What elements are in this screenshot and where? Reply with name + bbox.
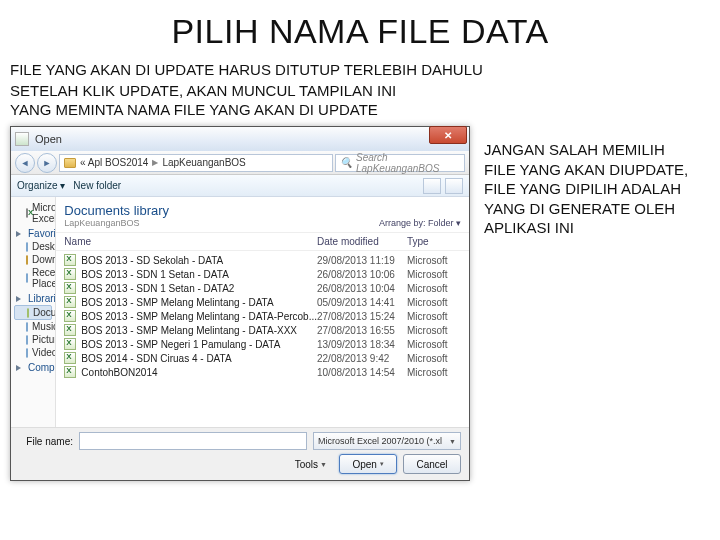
recent-icon bbox=[26, 273, 28, 283]
organize-menu[interactable]: Organize ▾ bbox=[17, 180, 65, 191]
file-date: 26/08/2013 10:04 bbox=[317, 283, 407, 294]
subtitle-1: FILE YANG AKAN DI UPDATE HARUS DITUTUP T… bbox=[10, 61, 710, 78]
file-date: 22/08/2013 9:42 bbox=[317, 353, 407, 364]
column-headers[interactable]: Name Date modified Type bbox=[56, 233, 469, 251]
subtitle-2: SETELAH KLIK UPDATE, AKAN MUNCUL TAMPILA… bbox=[10, 82, 710, 99]
file-name: BOS 2014 - SDN Ciruas 4 - DATA bbox=[81, 353, 317, 364]
nav-bar: ◄ ► « Apl BOS2014 ▶ LapKeuanganBOS 🔍 Sea… bbox=[11, 151, 469, 175]
file-row[interactable]: BOS 2013 - SDN 1 Setan - DATA26/08/2013 … bbox=[56, 267, 469, 281]
view-button[interactable] bbox=[423, 178, 441, 194]
tools-menu[interactable]: Tools▼ bbox=[295, 459, 327, 470]
nav-app[interactable]: Microsoft Excel bbox=[14, 201, 52, 225]
file-row[interactable]: BOS 2013 - SMP Melang Melintang - DATA-P… bbox=[56, 309, 469, 323]
nav-item-label: Videos bbox=[32, 347, 56, 358]
nav-favorites-label: Favorites bbox=[28, 228, 56, 239]
file-row[interactable]: BOS 2013 - SMP Melang Melintang - DATA-X… bbox=[56, 323, 469, 337]
search-placeholder: Search LapKeuanganBOS bbox=[356, 152, 460, 174]
open-button[interactable]: Open ▾ bbox=[339, 454, 397, 474]
search-input[interactable]: 🔍 Search LapKeuanganBOS bbox=[335, 154, 465, 172]
file-type: Microsoft bbox=[407, 353, 461, 364]
file-row[interactable]: BOS 2013 - SMP Melang Melintang - DATA05… bbox=[56, 295, 469, 309]
side-note: JANGAN SALAH MEMILIH FILE YANG AKAN DIUP… bbox=[484, 126, 694, 238]
file-name: BOS 2013 - SDN 1 Setan - DATA2 bbox=[81, 283, 317, 294]
address-bar[interactable]: « Apl BOS2014 ▶ LapKeuanganBOS bbox=[59, 154, 333, 172]
file-name: BOS 2013 - SMP Melang Melintang - DATA bbox=[81, 297, 317, 308]
excel-file-icon bbox=[64, 268, 76, 280]
filename-input[interactable] bbox=[79, 432, 307, 450]
file-row[interactable]: BOS 2013 - SMP Negeri 1 Pamulang - DATA1… bbox=[56, 337, 469, 351]
col-date[interactable]: Date modified bbox=[317, 236, 407, 247]
filetype-label: Microsoft Excel 2007/2010 (*.xl bbox=[318, 436, 442, 446]
col-name[interactable]: Name bbox=[64, 236, 317, 247]
excel-file-icon bbox=[64, 338, 76, 350]
file-name: BOS 2013 - SDN 1 Setan - DATA bbox=[81, 269, 317, 280]
documents-icon bbox=[27, 308, 29, 318]
nav-item-label: Downloads bbox=[32, 254, 56, 265]
excel-file-icon bbox=[64, 352, 76, 364]
file-type: Microsoft bbox=[407, 367, 461, 378]
cancel-button[interactable]: Cancel bbox=[403, 454, 461, 474]
file-type: Microsoft bbox=[407, 297, 461, 308]
chevron-right-icon bbox=[16, 365, 24, 371]
nav-item-downloads[interactable]: Downloads bbox=[14, 253, 52, 266]
nav-back-button[interactable]: ◄ bbox=[15, 153, 35, 173]
nav-favorites[interactable]: Favorites bbox=[16, 228, 52, 239]
new-folder-button[interactable]: New folder bbox=[73, 180, 121, 191]
breadcrumb-2[interactable]: LapKeuanganBOS bbox=[162, 157, 245, 168]
excel-file-icon bbox=[64, 296, 76, 308]
file-type: Microsoft bbox=[407, 311, 461, 322]
file-row[interactable]: BOS 2014 - SDN Ciruas 4 - DATA22/08/2013… bbox=[56, 351, 469, 365]
file-name: BOS 2013 - SMP Melang Melintang - DATA-P… bbox=[81, 311, 317, 322]
file-name: ContohBON2014 bbox=[81, 367, 317, 378]
nav-item-label: Desktop bbox=[32, 241, 56, 252]
excel-file-icon bbox=[64, 366, 76, 378]
excel-file-icon bbox=[64, 282, 76, 294]
nav-item-pictures[interactable]: Pictures bbox=[14, 333, 52, 346]
chevron-down-icon bbox=[16, 296, 24, 302]
help-button[interactable] bbox=[445, 178, 463, 194]
dialog-title: Open bbox=[35, 133, 465, 145]
dialog-footer: File name: Microsoft Excel 2007/2010 (*.… bbox=[11, 427, 469, 480]
file-name: BOS 2013 - SMP Melang Melintang - DATA-X… bbox=[81, 325, 317, 336]
nav-app-label: Microsoft Excel bbox=[32, 202, 56, 224]
file-date: 26/08/2013 10:06 bbox=[317, 269, 407, 280]
nav-pane: Microsoft Excel Favorites Desktop Downlo… bbox=[11, 197, 56, 427]
nav-libraries[interactable]: Libraries bbox=[16, 293, 52, 304]
filename-label: File name: bbox=[19, 436, 73, 447]
chevron-right-icon: ▶ bbox=[152, 158, 158, 167]
library-title: Documents library bbox=[64, 203, 169, 218]
file-type: Microsoft bbox=[407, 325, 461, 336]
nav-item-desktop[interactable]: Desktop bbox=[14, 240, 52, 253]
file-date: 27/08/2013 16:55 bbox=[317, 325, 407, 336]
file-row[interactable]: ContohBON201410/08/2013 14:54Microsoft bbox=[56, 365, 469, 379]
app-icon bbox=[15, 132, 29, 146]
slide-title: PILIH NAMA FILE DATA bbox=[10, 12, 710, 51]
nav-item-documents[interactable]: Documents bbox=[14, 305, 52, 320]
nav-forward-button[interactable]: ► bbox=[37, 153, 57, 173]
file-date: 05/09/2013 14:41 bbox=[317, 297, 407, 308]
file-row[interactable]: BOS 2013 - SDN 1 Setan - DATA226/08/2013… bbox=[56, 281, 469, 295]
breadcrumb-1[interactable]: « Apl BOS2014 bbox=[80, 157, 148, 168]
file-list: BOS 2013 - SD Sekolah - DATA29/08/2013 1… bbox=[56, 251, 469, 427]
nav-computer[interactable]: Computer bbox=[16, 362, 52, 373]
file-date: 29/08/2013 11:19 bbox=[317, 255, 407, 266]
excel-file-icon bbox=[64, 324, 76, 336]
nav-item-label: Recent Places bbox=[32, 267, 56, 289]
nav-item-videos[interactable]: Videos bbox=[14, 346, 52, 359]
file-row[interactable]: BOS 2013 - SD Sekolah - DATA29/08/2013 1… bbox=[56, 253, 469, 267]
file-type: Microsoft bbox=[407, 269, 461, 280]
chevron-down-icon: ▼ bbox=[320, 461, 327, 468]
arrange-by[interactable]: Arrange by: Folder ▾ bbox=[379, 218, 461, 228]
titlebar: Open ✕ bbox=[11, 127, 469, 151]
search-icon: 🔍 bbox=[340, 157, 352, 168]
col-type[interactable]: Type bbox=[407, 236, 461, 247]
nav-item-label: Music bbox=[32, 321, 56, 332]
nav-item-recent[interactable]: Recent Places bbox=[14, 266, 52, 290]
filetype-select[interactable]: Microsoft Excel 2007/2010 (*.xl ▼ bbox=[313, 432, 461, 450]
file-type: Microsoft bbox=[407, 283, 461, 294]
close-button[interactable]: ✕ bbox=[429, 126, 467, 144]
toolbar: Organize ▾ New folder bbox=[11, 175, 469, 197]
nav-item-music[interactable]: Music bbox=[14, 320, 52, 333]
pictures-icon bbox=[26, 335, 28, 345]
folder-icon bbox=[64, 158, 76, 168]
